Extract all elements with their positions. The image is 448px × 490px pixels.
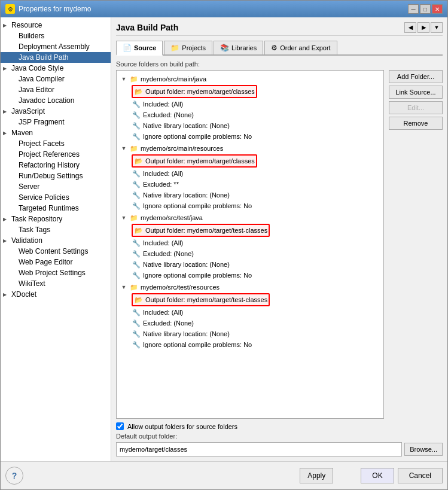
tab-projects[interactable]: 📁Projects bbox=[164, 41, 212, 54]
add-folder-button[interactable]: Add Folder... bbox=[389, 70, 443, 83]
edit-button[interactable]: Edit... bbox=[389, 101, 443, 114]
tree-child-row[interactable]: 📂Output folder: mydemo/target/classes bbox=[119, 154, 381, 168]
folder-icon: 📁 bbox=[129, 74, 139, 84]
nav-dropdown-button[interactable]: ▼ bbox=[431, 22, 443, 33]
sidebar-item-java-editor[interactable]: Java Editor bbox=[1, 84, 111, 95]
nav-back-button[interactable]: ◀ bbox=[404, 22, 416, 33]
output-folder-row: 📂Output folder: mydemo/target/classes bbox=[132, 85, 257, 98]
sidebar-item-label: Service Policies bbox=[19, 193, 69, 202]
output-folder-row: 📂Output folder: mydemo/target/test-class… bbox=[132, 224, 270, 237]
sidebar-item-java-build-path[interactable]: Java Build Path bbox=[1, 52, 111, 63]
sidebar-item-deployment-assembly[interactable]: Deployment Assembly bbox=[1, 41, 111, 52]
sidebar-item-targeted-runtimes[interactable]: Targeted Runtimes bbox=[1, 203, 111, 214]
tree-child-row[interactable]: 🔧Native library location: (None) bbox=[119, 259, 381, 270]
tab-order-and-export[interactable]: ⚙Order and Export bbox=[264, 41, 337, 54]
sidebar-item-refactoring-history[interactable]: Refactoring History bbox=[1, 160, 111, 171]
property-label: Ignore optional compile problems: No bbox=[143, 272, 252, 279]
tree-child-row[interactable]: 🔧Included: (All) bbox=[119, 238, 381, 248]
allow-output-checkbox[interactable] bbox=[116, 422, 124, 430]
sidebar-item-run/debug-settings[interactable]: Run/Debug Settings bbox=[1, 171, 111, 181]
sidebar-item-server[interactable]: Server bbox=[1, 181, 111, 192]
property-icon: 🔧 bbox=[132, 179, 141, 189]
tree-folder-label: mydemo/src/main/java bbox=[141, 75, 206, 83]
tree-child-row[interactable]: 🔧Excluded: (None) bbox=[119, 318, 381, 328]
source-panel: ▼📁mydemo/src/main/java📂Output folder: my… bbox=[116, 70, 443, 419]
sidebar-item-project-facets[interactable]: Project Facets bbox=[1, 138, 111, 149]
cancel-button[interactable]: Cancel bbox=[398, 468, 443, 483]
source-label: Source folders on build path: bbox=[116, 60, 443, 68]
sidebar-item-task-repository[interactable]: ▶Task Repository bbox=[1, 214, 111, 224]
tree-folder-row[interactable]: ▼📁mydemo/src/main/java bbox=[119, 74, 381, 84]
ok-button[interactable]: OK bbox=[361, 468, 394, 483]
nav-forward-button[interactable]: ▶ bbox=[417, 22, 429, 33]
titlebar-buttons: ─ □ ✕ bbox=[408, 4, 443, 14]
help-button[interactable]: ? bbox=[5, 467, 23, 485]
browse-button[interactable]: Browse... bbox=[404, 443, 443, 456]
sidebar-item-label: Validation bbox=[11, 236, 42, 245]
output-folder-icon: 📂 bbox=[134, 156, 144, 166]
tree-child-row[interactable]: 🔧Excluded: ** bbox=[119, 179, 381, 190]
sidebar-item-jsp-fragment[interactable]: JSP Fragment bbox=[1, 117, 111, 127]
sidebar-item-web-content-settings[interactable]: Web Content Settings bbox=[1, 246, 111, 257]
link-source-button[interactable]: Link Source... bbox=[389, 86, 443, 99]
tree-folder-row[interactable]: ▼📁mydemo/src/test/java bbox=[119, 212, 381, 223]
footer-right: Apply OK Cancel bbox=[300, 468, 443, 483]
sidebar-item-wikitext[interactable]: WikiText bbox=[1, 278, 111, 289]
tree-folder-row[interactable]: ▼📁mydemo/src/test/resources bbox=[119, 282, 381, 293]
tree-child-row[interactable]: 📂Output folder: mydemo/target/classes bbox=[119, 84, 381, 99]
sidebar-item-web-project-settings[interactable]: Web Project Settings bbox=[1, 267, 111, 278]
tree-child-row[interactable]: 📂Output folder: mydemo/target/test-class… bbox=[119, 293, 381, 307]
tree-child-row[interactable]: 🔧Native library location: (None) bbox=[119, 120, 381, 131]
property-label: Ignore optional compile problems: No bbox=[143, 202, 252, 209]
tree-folder-row[interactable]: ▼📁mydemo/src/main/resources bbox=[119, 143, 381, 154]
property-label: Included: (All) bbox=[143, 101, 183, 108]
sidebar-item-java-compiler[interactable]: Java Compiler bbox=[1, 74, 111, 84]
tree-child-row[interactable]: 🔧Native library location: (None) bbox=[119, 190, 381, 200]
sidebar-item-web-page-editor[interactable]: Web Page Editor bbox=[1, 257, 111, 267]
tree-child-row[interactable]: 🔧Included: (All) bbox=[119, 168, 381, 179]
tree-node: ▼📁mydemo/src/test/resources📂Output folde… bbox=[119, 281, 381, 351]
property-icon: 🔧 bbox=[132, 99, 141, 109]
remove-button[interactable]: Remove bbox=[389, 117, 443, 130]
minimize-button[interactable]: ─ bbox=[408, 4, 419, 14]
tree-expand-icon: ▼ bbox=[120, 284, 127, 291]
property-label: Ignore optional compile problems: No bbox=[143, 341, 252, 348]
tree-child-row[interactable]: 🔧Ignore optional compile problems: No bbox=[119, 131, 381, 142]
sidebar-item-project-references[interactable]: Project References bbox=[1, 149, 111, 160]
maximize-button[interactable]: □ bbox=[420, 4, 431, 14]
tree-child-row[interactable]: 🔧Ignore optional compile problems: No bbox=[119, 200, 381, 211]
tab-source[interactable]: 📄Source bbox=[116, 41, 163, 56]
close-button[interactable]: ✕ bbox=[432, 4, 443, 14]
output-folder-input[interactable] bbox=[116, 442, 402, 456]
tree-child-row[interactable]: 🔧Included: (All) bbox=[119, 307, 381, 318]
sidebar-item-label: Java Compiler bbox=[19, 75, 65, 83]
tab-icon: ⚙ bbox=[271, 44, 278, 52]
sidebar-item-xdoclet[interactable]: ▶XDoclet bbox=[1, 289, 111, 300]
sidebar-item-resource[interactable]: ▶Resource bbox=[1, 20, 111, 31]
property-icon: 🔧 bbox=[132, 201, 141, 211]
sidebar-item-javascript[interactable]: ▶JavaScript bbox=[1, 106, 111, 117]
tree-child-row[interactable]: 🔧Excluded: (None) bbox=[119, 248, 381, 259]
sidebar-item-service-policies[interactable]: Service Policies bbox=[1, 192, 111, 203]
sidebar-item-javadoc-location[interactable]: Javadoc Location bbox=[1, 95, 111, 106]
tree-child-row[interactable]: 📂Output folder: mydemo/target/test-class… bbox=[119, 223, 381, 238]
sidebar-item-validation[interactable]: ▶Validation bbox=[1, 235, 111, 246]
sidebar-item-builders[interactable]: Builders bbox=[1, 31, 111, 41]
apply-button[interactable]: Apply bbox=[300, 468, 333, 483]
tab-libraries[interactable]: 📚Libraries bbox=[214, 41, 263, 54]
output-folder-icon: 📂 bbox=[134, 226, 144, 235]
sidebar-item-task-tags[interactable]: Task Tags bbox=[1, 224, 111, 235]
tree-child-row[interactable]: 🔧Ignore optional compile problems: No bbox=[119, 339, 381, 350]
panel-title: Java Build Path bbox=[116, 23, 178, 32]
tree-child-row[interactable]: 🔧Excluded: (None) bbox=[119, 109, 381, 120]
sidebar-item-java-code-style[interactable]: ▶Java Code Style bbox=[1, 63, 111, 74]
sidebar-item-label: Web Project Settings bbox=[19, 269, 86, 277]
allow-output-label[interactable]: Allow output folders for source folders bbox=[127, 423, 237, 430]
tree-child-row[interactable]: 🔧Ignore optional compile problems: No bbox=[119, 270, 381, 281]
panel-title-bar: Java Build Path ◀ ▶ ▼ bbox=[116, 22, 443, 36]
sidebar-item-maven[interactable]: ▶Maven bbox=[1, 127, 111, 138]
tree-container[interactable]: ▼📁mydemo/src/main/java📂Output folder: my… bbox=[116, 70, 384, 419]
tree-child-row[interactable]: 🔧Included: (All) bbox=[119, 99, 381, 109]
tree-child-row[interactable]: 🔧Native library location: (None) bbox=[119, 328, 381, 339]
tree-folder-label: mydemo/src/test/java bbox=[141, 214, 203, 221]
